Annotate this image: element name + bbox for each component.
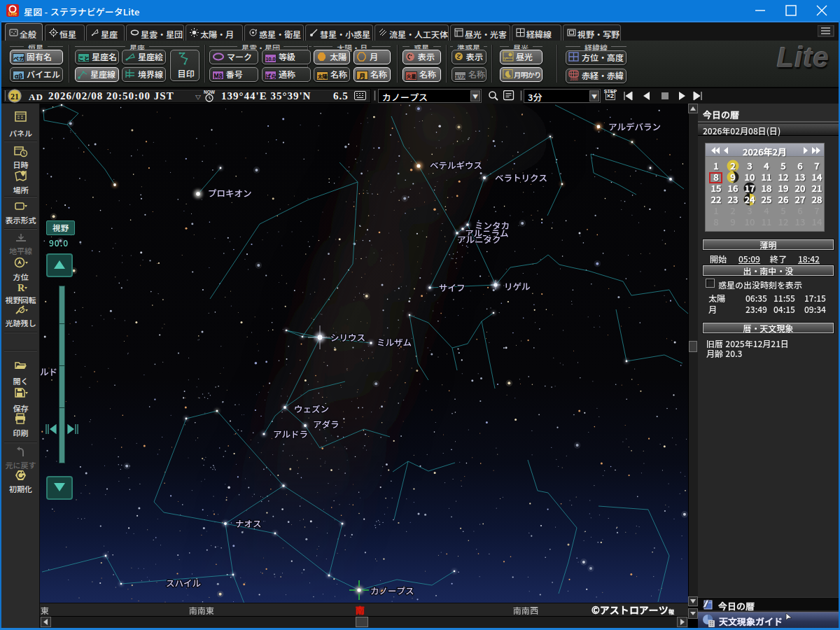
svg-text:Lite: Lite — [8, 10, 18, 17]
svg-text:ミルザム: ミルザム — [377, 335, 412, 349]
svg-text:カノープス: カノープス — [370, 584, 414, 597]
svg-text:アルニタク: アルニタク — [457, 232, 501, 246]
svg-text:21: 21 — [10, 92, 19, 102]
svg-text:ウェズン: ウェズン — [294, 402, 329, 415]
svg-text:ナオス: ナオス — [235, 517, 262, 530]
svg-text:2000: 2000 — [570, 76, 578, 81]
svg-text:サイフ: サイフ — [439, 281, 465, 294]
svg-text:アルドラ: アルドラ — [273, 427, 308, 440]
svg-text:ルド: ルド — [40, 365, 57, 378]
svg-text:アルデバラン: アルデバラン — [608, 120, 661, 133]
svg-text:アダラ: アダラ — [313, 417, 340, 430]
svg-text:NOW: NOW — [204, 90, 216, 94]
svg-text:ベラトリクス: ベラトリクス — [495, 171, 547, 184]
svg-text:ベテルギウス: ベテルギウス — [430, 158, 482, 172]
svg-text:プロキオン: プロキオン — [208, 186, 252, 200]
svg-text:シリウス: シリウス — [330, 330, 365, 344]
svg-text:スハイル: スハイル — [166, 576, 202, 589]
svg-text:リゲル: リゲル — [504, 279, 531, 293]
svg-text:R: R — [18, 283, 25, 293]
